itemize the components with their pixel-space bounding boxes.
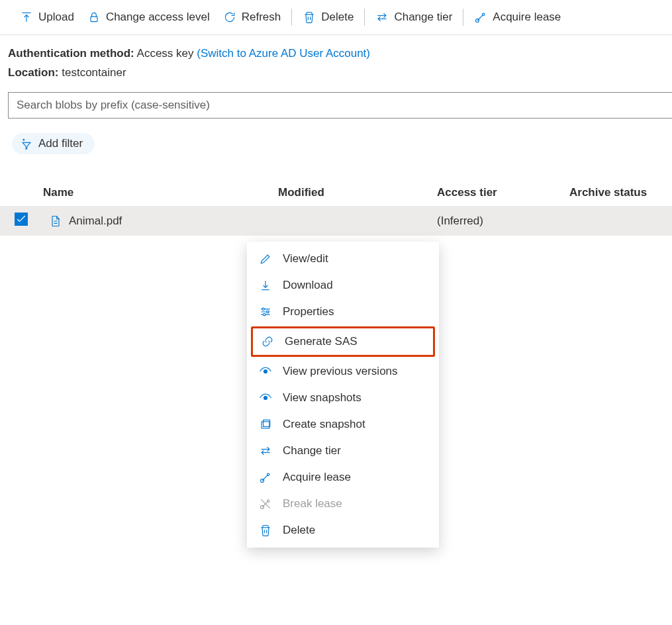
col-modified[interactable]: Modified (278, 186, 437, 199)
refresh-button[interactable]: Refresh (216, 7, 288, 28)
upload-button[interactable]: Upload (13, 7, 81, 28)
auth-method-value: Access key (137, 47, 194, 60)
auth-method-label: Authentication method: (8, 47, 134, 60)
divider (463, 9, 463, 26)
row-checkbox[interactable] (15, 213, 28, 226)
delete-button[interactable]: Delete (296, 7, 360, 28)
add-filter-icon (20, 137, 33, 150)
col-name[interactable]: Name (40, 186, 278, 199)
access-tier-cell: (Inferred) (437, 215, 569, 228)
blob-table: Name Modified Access tier Archive status… (0, 179, 672, 236)
delete-label: Delete (321, 11, 354, 24)
change-access-level-button[interactable]: Change access level (81, 7, 216, 28)
col-access-tier[interactable]: Access tier (437, 186, 569, 199)
upload-icon (20, 11, 33, 24)
table-row[interactable]: Animal.pdf (Inferred) (0, 207, 672, 236)
location-value: testcontainer (62, 66, 126, 79)
divider (364, 9, 365, 26)
divider (291, 9, 292, 26)
svg-point-1 (483, 13, 485, 15)
info-panel: Authentication method: Access key (Switc… (0, 35, 672, 88)
add-filter-button[interactable]: Add filter (12, 133, 95, 154)
search-input[interactable] (8, 92, 672, 119)
upload-label: Upload (38, 11, 74, 24)
acquire-lease-label: Acquire lease (493, 11, 561, 24)
lock-icon (87, 11, 101, 24)
file-name: Animal.pdf (69, 215, 122, 228)
col-check (0, 186, 40, 199)
change-tier-button[interactable]: Change tier (369, 7, 459, 28)
delete-icon (303, 11, 316, 24)
switch-auth-link[interactable]: (Switch to Azure AD User Account) (197, 47, 370, 60)
change-access-label: Change access level (106, 11, 210, 24)
location-label: Location: (8, 66, 59, 79)
add-filter-label: Add filter (38, 137, 83, 150)
acquire-lease-button[interactable]: Acquire lease (467, 7, 567, 28)
svg-rect-0 (91, 17, 97, 21)
refresh-icon (223, 11, 236, 24)
col-archive-status[interactable]: Archive status (569, 186, 672, 199)
toolbar: Upload Change access level Refresh Delet… (0, 0, 672, 35)
change-tier-label: Change tier (394, 11, 452, 24)
change-tier-icon (375, 11, 389, 24)
filter-wrap: Add filter (0, 122, 672, 160)
refresh-label: Refresh (242, 11, 281, 24)
table-header: Name Modified Access tier Archive status (0, 179, 672, 207)
file-icon (49, 215, 62, 228)
acquire-lease-icon (474, 11, 487, 24)
search-wrap (0, 88, 672, 122)
